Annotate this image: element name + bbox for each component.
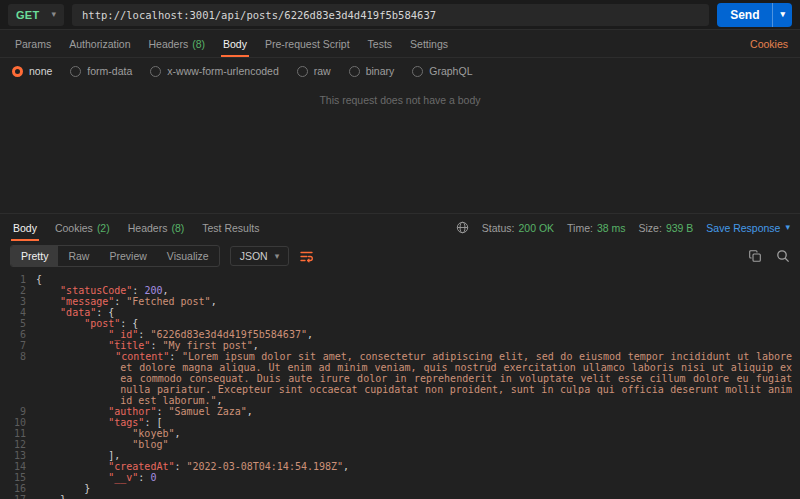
line-number: 17 xyxy=(0,494,26,499)
radio-icon xyxy=(297,66,308,77)
size-label: Size: xyxy=(639,222,662,234)
line-number: 15 xyxy=(0,472,26,483)
method-label: GET xyxy=(16,9,40,21)
request-tab-authorization[interactable]: Authorization xyxy=(60,30,139,57)
format-select[interactable]: JSON ▾ xyxy=(230,246,290,266)
line-number: 2 xyxy=(0,285,26,296)
request-tab-tests[interactable]: Tests xyxy=(359,30,402,57)
save-response-label: Save Response xyxy=(706,222,780,234)
body-type-label: x-www-form-urlencoded xyxy=(167,65,278,77)
body-type-options: noneform-datax-www-form-urlencodedrawbin… xyxy=(0,58,800,84)
body-type-label: binary xyxy=(366,65,395,77)
wrap-text-button[interactable] xyxy=(299,249,314,264)
tab-label: Body xyxy=(223,38,247,50)
tab-count: (2) xyxy=(97,222,110,234)
line-number: 1 xyxy=(0,274,26,285)
body-type-none[interactable]: none xyxy=(12,65,52,77)
code-line: 8 "content": "Lorem ipsum dolor sit amet… xyxy=(0,351,792,406)
code-line: 16 } xyxy=(0,483,792,494)
response-pane: BodyCookies(2)Headers(8)Test Results Sta… xyxy=(0,213,800,499)
response-tab-headers[interactable]: Headers(8) xyxy=(119,214,194,241)
line-number: 8 xyxy=(0,351,26,362)
response-view-switcher: PrettyRawPreviewVisualize xyxy=(10,245,220,267)
response-toolbar: PrettyRawPreviewVisualize JSON ▾ xyxy=(0,241,800,271)
line-content: "content": "Lorem ipsum dolor sit amet, … xyxy=(36,351,792,406)
tab-label: Body xyxy=(13,222,37,234)
view-tab-visualize[interactable]: Visualize xyxy=(157,246,219,266)
empty-body-message: This request does not have a body xyxy=(0,94,800,106)
request-tab-headers[interactable]: Headers(8) xyxy=(139,30,214,57)
tab-label: Headers xyxy=(128,222,168,234)
line-number: 3 xyxy=(0,296,26,307)
request-tab-settings[interactable]: Settings xyxy=(401,30,457,57)
view-tab-pretty[interactable]: Pretty xyxy=(11,246,58,266)
radio-icon xyxy=(12,66,23,77)
tab-label: Headers xyxy=(148,38,188,50)
status-label: Status: xyxy=(482,222,515,234)
line-number: 13 xyxy=(0,450,26,461)
api-client-app: GET ▾ http://localhost:3001/api/posts/62… xyxy=(0,0,800,499)
response-meta: Status: 200 OK Time: 38 ms Size: 939 B S… xyxy=(456,221,790,234)
globe-icon xyxy=(456,221,469,234)
send-button-label[interactable]: Send xyxy=(717,3,772,27)
line-content: { xyxy=(36,274,792,285)
search-icon[interactable] xyxy=(776,249,790,263)
request-tabs-row: ParamsAuthorizationHeaders(8)BodyPre-req… xyxy=(0,30,800,58)
save-response-button[interactable]: Save Response ▾ xyxy=(706,222,790,234)
code-line: 9 "author": "Samuel Zaza", xyxy=(0,406,792,417)
body-type-form-data[interactable]: form-data xyxy=(70,65,132,77)
body-type-label: form-data xyxy=(87,65,132,77)
line-content: "post": { xyxy=(36,318,792,329)
time-label: Time: xyxy=(567,222,593,234)
line-number: 5 xyxy=(0,318,26,329)
line-number: 6 xyxy=(0,329,26,340)
line-content: } xyxy=(36,483,792,494)
status-value: 200 OK xyxy=(518,222,554,234)
send-options-button[interactable]: ▾ xyxy=(772,3,792,27)
send-button[interactable]: Send ▾ xyxy=(717,3,792,27)
response-tab-cookies[interactable]: Cookies(2) xyxy=(46,214,119,241)
line-content: "koyeb", xyxy=(36,428,792,439)
tab-label: Cookies xyxy=(55,222,93,234)
response-body-code: 1{2 "statusCode": 200,3 "message": "Fetc… xyxy=(0,271,800,499)
body-type-label: none xyxy=(29,65,52,77)
code-line: 14 "createdAt": "2022-03-08T04:14:54.198… xyxy=(0,461,792,472)
body-type-x-www-form-urlencoded[interactable]: x-www-form-urlencoded xyxy=(150,65,278,77)
code-line: 13 ], xyxy=(0,450,792,461)
tab-label: Pre-request Script xyxy=(265,38,350,50)
method-select[interactable]: GET ▾ xyxy=(8,4,64,26)
chevron-down-icon: ▾ xyxy=(785,223,790,232)
response-tab-test-results[interactable]: Test Results xyxy=(193,214,268,241)
url-input[interactable]: http://localhost:3001/api/posts/6226d83e… xyxy=(72,4,709,26)
line-number: 7 xyxy=(0,340,26,351)
cookies-link[interactable]: Cookies xyxy=(744,38,794,50)
tab-label: Test Results xyxy=(202,222,259,234)
tab-count: (8) xyxy=(192,38,205,50)
chevron-down-icon: ▾ xyxy=(52,10,57,19)
copy-icon[interactable] xyxy=(748,249,762,263)
time-value: 38 ms xyxy=(597,222,626,234)
line-content: } xyxy=(36,494,792,499)
code-line: 3 "message": "Fetched post", xyxy=(0,296,792,307)
line-number: 14 xyxy=(0,461,26,472)
tab-label: Tests xyxy=(368,38,393,50)
request-tab-body[interactable]: Body xyxy=(214,30,256,57)
body-type-graphql[interactable]: GraphQL xyxy=(412,65,472,77)
body-type-label: GraphQL xyxy=(429,65,472,77)
request-tab-params[interactable]: Params xyxy=(6,30,60,57)
body-type-binary[interactable]: binary xyxy=(349,65,395,77)
code-line: 10 "tags": [ xyxy=(0,417,792,428)
request-tab-pre-request-script[interactable]: Pre-request Script xyxy=(256,30,359,57)
view-tab-raw[interactable]: Raw xyxy=(58,246,99,266)
code-line: 4 "data": { xyxy=(0,307,792,318)
size-value: 939 B xyxy=(666,222,693,234)
code-line: 11 "koyeb", xyxy=(0,428,792,439)
body-type-raw[interactable]: raw xyxy=(297,65,331,77)
line-number: 16 xyxy=(0,483,26,494)
code-line: 6 "_id": "6226d83e3d4d419f5b584637", xyxy=(0,329,792,340)
tab-count: (8) xyxy=(171,222,184,234)
response-tab-body[interactable]: Body xyxy=(4,214,46,241)
view-tab-preview[interactable]: Preview xyxy=(99,246,156,266)
line-number: 12 xyxy=(0,439,26,450)
request-url-bar: GET ▾ http://localhost:3001/api/posts/62… xyxy=(0,0,800,30)
